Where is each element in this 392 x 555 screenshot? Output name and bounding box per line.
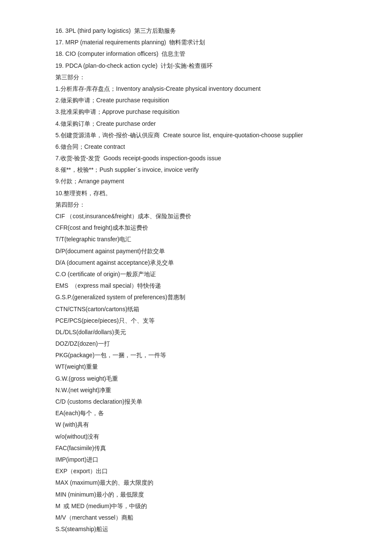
text-line-line24: G.S.P.(generalized system of preferences… (55, 292, 337, 303)
text-line-line23: EMS （express mail special）特快传递 (55, 280, 337, 291)
text-line-line37: FAC(facsimile)传真 (55, 443, 337, 454)
text-line-line35: W (with)具有 (55, 419, 337, 430)
text-line-line38: IMP(import)进口 (55, 454, 337, 465)
text-line-line26: PCE/PCS(piece/pieces)只、个、支等 (55, 315, 337, 326)
text-line-line11: 6.做合同；Create contract (55, 142, 337, 152)
text-line-line28: DOZ/DZ(dozen)一打 (55, 338, 337, 349)
text-line-line14: 9.付款；Arrange payment (55, 176, 337, 187)
text-line-line3: 18. CIO (computer information officers) … (55, 49, 337, 59)
text-line-line32: N.W.(net weight)净重 (55, 385, 337, 396)
text-line-line40: MAX (maximum)最大的、最大限度的 (55, 477, 337, 488)
text-line-line4: 19. PDCA (plan-do-check action cycle) 计划… (55, 61, 337, 71)
text-line-line2: 17. MRP (material requirements planning)… (55, 37, 337, 48)
text-line-line27: DL/DLS(dollar/dollars)美元 (55, 327, 337, 338)
text-line-line39: EXP（export）出口 (55, 466, 337, 477)
text-line-line34: EA(each)每个，各 (55, 408, 337, 419)
text-line-line29: PKG(package)一包，一捆，一扎，一件等 (55, 350, 337, 361)
text-line-line44: S.S(steamship)船运 (55, 524, 337, 535)
text-line-line10: 5.创建货源清单，询价-报价-确认供应商 Create source list,… (55, 130, 337, 141)
text-line-line22: C.O (certificate of origin)一般原产地证 (55, 269, 337, 280)
text-line-line43: M/V（merchant vessel）商船 (55, 512, 337, 523)
main-content: 16. 3PL (third party logistics) 第三方后勤服务1… (0, 0, 392, 555)
text-line-line31: G.W.(gross weight)毛重 (55, 373, 337, 384)
text-line-line42: M 或 MED (medium)中等，中级的 (55, 501, 337, 512)
text-line-line13: 8.催**，校验**；Push supplier`s invoice, invo… (55, 165, 337, 175)
text-line-line20: D/P(document against payment)付款交单 (55, 246, 337, 257)
text-line-line21: D/A (document against acceptance)承兑交单 (55, 257, 337, 268)
text-line-line33: C/D (customs declaration)报关单 (55, 396, 337, 407)
text-line-line25: CTN/CTNS(carton/cartons)纸箱 (55, 304, 337, 315)
text-line-line5: 第三部分： (55, 72, 337, 83)
text-line-line1: 16. 3PL (third party logistics) 第三方后勤服务 (55, 26, 337, 36)
text-line-line9: 4.做采购订单；Create purchase order (55, 119, 337, 129)
text-line-line12: 7.收货-验货-发货 Goods receipt-goods inspectio… (55, 153, 337, 164)
text-line-line15: 10.整理资料，存档。 (55, 188, 337, 199)
text-line-line18: CFR(cost and freight)成本加运费价 (55, 223, 337, 233)
text-line-line30: WT(weight)重量 (55, 361, 337, 372)
text-line-line6: 1.分析库存-库存盘点；Inventory analysis-Create ph… (55, 84, 337, 94)
text-line-line41: MIN (minimum)最小的，最低限度 (55, 489, 337, 500)
text-line-line7: 2.做采购申请；Create purchase requisition (55, 95, 337, 106)
text-line-line19: T/T(telegraphic transfer)电汇 (55, 234, 337, 245)
text-line-line36: w/o(without)没有 (55, 431, 337, 442)
text-line-line8: 3.批准采购申请；Approve purchase requisition (55, 107, 337, 117)
text-line-line17: CIF （cost,insurance&freight）成本、保险加运费价 (55, 211, 337, 222)
text-line-line16: 第四部分： (55, 199, 337, 210)
